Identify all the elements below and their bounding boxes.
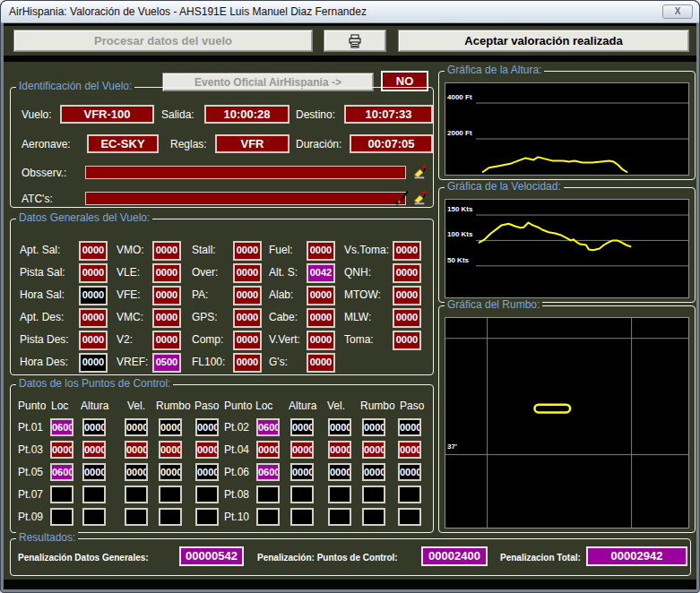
point-value-cell[interactable]: 0000 <box>256 441 280 459</box>
general-field-value[interactable]: 0000 <box>393 308 421 328</box>
destination-time-value[interactable]: 10:07:33 <box>344 105 433 124</box>
general-field-value[interactable]: 0000 <box>307 286 335 305</box>
general-field-value[interactable]: 0000 <box>79 263 108 283</box>
general-field-value[interactable]: 0500 <box>152 353 181 373</box>
general-field-value[interactable]: 0000 <box>307 331 335 350</box>
general-field-value[interactable]: 0000 <box>79 308 108 328</box>
point-value-cell[interactable] <box>159 486 182 503</box>
point-value-cell[interactable]: 0000 <box>195 463 219 481</box>
column-header: Loc <box>255 400 272 412</box>
point-value-cell[interactable] <box>125 508 148 526</box>
point-value-cell[interactable]: 0000 <box>125 418 148 436</box>
point-value-cell[interactable]: 0600 <box>256 418 280 436</box>
general-field-value[interactable]: 0000 <box>233 308 262 328</box>
point-value-cell[interactable] <box>256 508 280 526</box>
point-value-cell[interactable]: 0000 <box>328 441 351 459</box>
pen-icon[interactable] <box>394 190 410 205</box>
point-value-cell[interactable] <box>125 486 148 503</box>
duration-value[interactable]: 00:07:05 <box>350 134 433 153</box>
general-field-value[interactable]: 0000 <box>393 331 421 350</box>
general-field-value[interactable]: 0000 <box>233 241 262 261</box>
point-value-cell[interactable] <box>290 486 314 503</box>
point-value-cell[interactable]: 0000 <box>362 441 385 459</box>
general-field-value[interactable]: 0000 <box>79 241 108 261</box>
point-value-cell[interactable] <box>290 508 314 526</box>
point-value-cell[interactable]: 0000 <box>125 463 148 481</box>
point-value-cell[interactable]: 0000 <box>328 418 351 436</box>
point-value-cell[interactable]: 0600 <box>50 463 73 481</box>
general-field-value[interactable]: 0000 <box>393 263 421 283</box>
flight-number-value[interactable]: VFR-100 <box>60 105 154 124</box>
process-flight-data-button[interactable]: Procesar datos del vuelo <box>13 30 313 52</box>
point-value-cell[interactable] <box>50 486 73 503</box>
point-value-cell[interactable]: 0600 <box>256 463 280 481</box>
point-value-cell[interactable]: 0000 <box>50 441 73 459</box>
point-value-cell[interactable] <box>82 508 106 526</box>
departure-time-value[interactable]: 10:00:28 <box>204 105 290 124</box>
point-value-cell[interactable]: 0000 <box>82 463 106 481</box>
general-field-value[interactable]: 0000 <box>307 353 335 373</box>
flight-rules-value[interactable]: VFR <box>215 134 290 153</box>
point-value-cell[interactable] <box>82 486 106 503</box>
point-value-cell[interactable] <box>398 508 421 526</box>
penalty-points-value[interactable]: 00002400 <box>421 546 488 566</box>
point-value-cell[interactable]: 0000 <box>362 418 385 436</box>
point-value-cell[interactable]: 0000 <box>328 463 351 481</box>
point-value-cell[interactable] <box>328 486 351 503</box>
point-value-cell[interactable]: 0000 <box>290 418 314 436</box>
point-value-cell[interactable] <box>195 486 219 503</box>
point-value-cell[interactable] <box>50 508 73 526</box>
general-field-value[interactable]: 0000 <box>233 263 262 283</box>
point-value-cell[interactable]: 0000 <box>159 441 182 459</box>
general-field-value[interactable]: 0000 <box>79 286 108 305</box>
point-value-cell[interactable]: 0000 <box>82 418 106 436</box>
general-field-value[interactable]: 0000 <box>393 286 421 305</box>
general-field-value[interactable]: 0000 <box>307 308 335 328</box>
writing-hand-icon[interactable] <box>412 190 428 205</box>
point-value-cell[interactable]: 0000 <box>290 463 314 481</box>
general-field-value[interactable]: 0000 <box>152 331 181 350</box>
point-value-cell[interactable]: 0000 <box>195 418 219 436</box>
point-value-cell[interactable] <box>195 508 219 526</box>
title-bar[interactable]: AirHispania: Valoración de Vuelos - AHS1… <box>1 1 699 23</box>
general-field-value[interactable]: 0000 <box>233 286 262 305</box>
general-field-value[interactable]: 0000 <box>152 308 181 328</box>
point-value-cell[interactable]: 0000 <box>362 463 385 481</box>
writing-hand-icon[interactable] <box>412 164 428 179</box>
atc-input[interactable] <box>85 192 406 205</box>
general-field-value[interactable]: 0000 <box>233 331 262 350</box>
general-field-value[interactable]: 0000 <box>79 353 108 373</box>
point-value-cell[interactable]: 0000 <box>82 441 106 459</box>
general-field-value[interactable]: 0000 <box>393 241 421 261</box>
axis-tick-label: 2000 Ft <box>447 129 472 137</box>
penalty-total-value[interactable]: 00002942 <box>586 546 687 566</box>
general-field-value[interactable]: 0000 <box>152 241 181 261</box>
point-value-cell[interactable]: 0000 <box>125 441 148 459</box>
general-field-value[interactable]: 0000 <box>152 286 181 305</box>
general-field-value[interactable]: 0042 <box>307 263 335 283</box>
penalty-general-value[interactable]: 00000542 <box>179 546 244 566</box>
point-value-cell[interactable]: 0000 <box>398 418 421 436</box>
observations-input[interactable] <box>85 166 406 179</box>
point-value-cell[interactable] <box>362 486 385 503</box>
point-value-cell[interactable]: 0000 <box>159 463 182 481</box>
point-value-cell[interactable]: 0000 <box>398 463 421 481</box>
point-value-cell[interactable]: 0000 <box>195 441 219 459</box>
print-button[interactable] <box>324 30 386 52</box>
point-value-cell[interactable]: 0000 <box>398 441 421 459</box>
general-field-value[interactable]: 0000 <box>152 263 181 283</box>
point-value-cell[interactable] <box>256 486 280 503</box>
close-button[interactable]: X <box>662 4 693 19</box>
point-value-cell[interactable]: 0000 <box>290 441 314 459</box>
general-field-value[interactable]: 0000 <box>307 241 335 261</box>
point-value-cell[interactable]: 0000 <box>159 418 182 436</box>
point-value-cell[interactable] <box>328 508 351 526</box>
aircraft-value[interactable]: EC-SKY <box>87 134 159 153</box>
general-field-value[interactable]: 0000 <box>79 331 108 350</box>
accept-valuation-button[interactable]: Aceptar valoración realizada <box>398 30 689 52</box>
point-value-cell[interactable] <box>159 508 182 526</box>
general-field-value[interactable]: 0000 <box>233 353 262 373</box>
point-value-cell[interactable] <box>398 486 421 503</box>
point-value-cell[interactable]: 0600 <box>50 418 73 436</box>
point-value-cell[interactable] <box>362 508 385 526</box>
